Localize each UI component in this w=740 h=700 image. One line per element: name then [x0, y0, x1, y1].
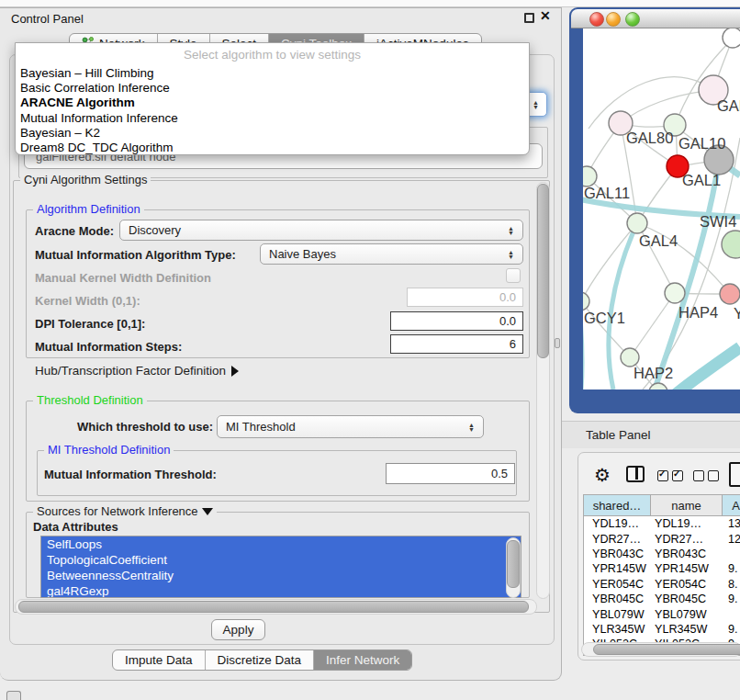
table-panel-titlebar: Table Panel	[562, 421, 740, 448]
combo-arrows-icon	[533, 100, 539, 109]
mi-steps-field[interactable]: 6	[390, 334, 523, 354]
close-icon[interactable]	[540, 8, 555, 27]
data-attributes-list[interactable]: SelfLoopsTopologicalCoefficientBetweenne…	[40, 536, 521, 598]
network-node-gcy1[interactable]	[583, 292, 589, 310]
table-panel-title: Table Panel	[586, 428, 651, 442]
table-cell: YDR27…	[651, 533, 723, 546]
export-table-icon[interactable]	[729, 462, 740, 487]
network-node-hap4[interactable]	[665, 283, 685, 303]
algorithm-option[interactable]: Basic Correlation Inference	[16, 80, 529, 95]
settings-vertical-scrollbar-thumb[interactable]	[537, 184, 549, 358]
network-node-label: SWI4	[700, 213, 736, 230]
table-row[interactable]: YLR345WYLR345W9.	[584, 622, 740, 637]
table-header-row: shared…nameA	[584, 495, 740, 516]
sources-legend[interactable]: Sources for Network Inference	[33, 504, 217, 518]
disclosure-right-arrow-icon	[231, 366, 239, 377]
apply-button[interactable]: Apply	[211, 619, 265, 640]
table-row[interactable]: YER054CYER054C8.	[584, 577, 740, 592]
table-cell: YDR27…	[584, 533, 651, 546]
algorithm-dropdown-options: Bayesian – Hill ClimbingBasic Correlatio…	[16, 65, 529, 155]
network-node-gal11[interactable]	[583, 166, 597, 186]
table-row[interactable]: YDL19…YDL19…13	[584, 516, 740, 531]
zoom-traffic-light-icon[interactable]	[625, 12, 640, 27]
table-cell: YBL079W	[584, 608, 651, 621]
table-row[interactable]: YPR145WYPR145W9.	[584, 561, 740, 576]
bottom-tab-impute-data[interactable]: Impute Data	[113, 650, 205, 670]
which-threshold-value: MI Threshold	[226, 420, 296, 434]
bottom-tab-infer-network[interactable]: Infer Network	[313, 650, 411, 670]
aracne-mode-label: Aracne Mode:	[35, 224, 114, 238]
network-node-label: GAL	[717, 97, 740, 114]
table-row[interactable]: YBR045CYBR045C9.	[584, 592, 740, 606]
manual-kernel-width-checkbox[interactable]	[506, 268, 521, 283]
collapsed-panel-icon[interactable]	[6, 691, 21, 700]
table-row[interactable]: YBL079WYBL079W	[584, 606, 740, 621]
unchecked-box-icon	[693, 470, 704, 481]
network-node[interactable]	[723, 28, 740, 48]
bottom-tabs: Impute DataDiscretize DataInfer Network	[112, 649, 412, 671]
kernel-width-field[interactable]: 0.0	[407, 288, 523, 307]
minimize-traffic-light-icon[interactable]	[606, 12, 621, 27]
attribute-list-item[interactable]: gal4RGexp	[41, 583, 521, 598]
gear-icon[interactable]	[594, 464, 611, 486]
bottom-tab-label: Discretize Data	[218, 653, 302, 667]
algorithm-option[interactable]: Dream8 DC_TDC Algorithm	[16, 140, 529, 154]
screen: Control Panel NetworkStyleSelectCyni Too…	[0, 0, 740, 700]
mi-algorithm-type-combobox[interactable]: Naive Bayes	[260, 243, 523, 265]
attributes-list-scrollbar-thumb[interactable]	[507, 540, 520, 588]
table-horizontal-scrollbar-thumb[interactable]	[593, 644, 740, 655]
table-column-header[interactable]: shared…	[584, 495, 651, 515]
manual-kernel-width-label: Manual Kernel Width Definition	[35, 271, 211, 285]
which-threshold-combobox[interactable]: MI Threshold	[217, 415, 484, 438]
network-node-hap2[interactable]	[621, 348, 639, 367]
mi-threshold-field[interactable]: 0.5	[386, 463, 515, 484]
network-node-label: GCY1	[584, 310, 625, 326]
attribute-list-item[interactable]: BetweennessCentrality	[41, 568, 521, 583]
table-cell: YBL079W	[651, 608, 723, 621]
checked-box-icon	[657, 470, 668, 481]
hub-transcription-factor-disclosure[interactable]: Hub/Transcription Factor Definition	[35, 364, 239, 378]
algorithm-option[interactable]: Bayesian – K2	[16, 125, 529, 140]
algorithm-option[interactable]: ARACNE Algorithm	[16, 96, 529, 110]
table-column-header[interactable]: name	[651, 495, 723, 515]
threshold-definition-legend: Threshold Definition	[33, 393, 147, 407]
settings-horizontal-scrollbar-thumb[interactable]	[18, 601, 529, 613]
mi-threshold-definition-legend: MI Threshold Definition	[44, 443, 174, 457]
combo-arrows-icon	[508, 250, 514, 259]
table-cell: YDL19…	[584, 517, 651, 530]
data-attributes-label: Data Attributes	[33, 520, 118, 534]
table-cell: YBR045C	[584, 593, 651, 605]
attribute-list-item[interactable]: TopologicalCoefficient	[41, 552, 521, 568]
table-cell: 9.	[723, 623, 740, 636]
bottom-tab-discretize-data[interactable]: Discretize Data	[205, 650, 314, 670]
kernel-width-label: Kernel Width (0,1):	[35, 294, 140, 308]
network-node-gal4[interactable]	[627, 213, 647, 233]
column-layout-icon[interactable]	[626, 466, 645, 482]
mi-algorithm-type-value: Naive Bayes	[269, 247, 336, 261]
select-all-columns-icon[interactable]	[657, 470, 683, 481]
close-traffic-light-icon[interactable]	[589, 12, 604, 27]
splitter-handle[interactable]	[555, 338, 560, 348]
attribute-list-item[interactable]: SelfLoops	[41, 536, 521, 552]
deselect-all-columns-icon[interactable]	[693, 470, 719, 481]
which-threshold-label: Which threshold to use:	[77, 420, 213, 434]
mi-algorithm-type-label: Mutual Information Algorithm Type:	[35, 248, 236, 262]
cyni-algorithm-settings-legend: Cyni Algorithm Settings	[20, 173, 151, 186]
network-node-label: GAL11	[584, 185, 630, 201]
network-node-y[interactable]	[720, 284, 740, 304]
table-cell: YPR145W	[584, 562, 651, 575]
algorithm-option[interactable]: Bayesian – Hill Climbing	[16, 65, 529, 80]
network-node-label: GAL1	[682, 172, 721, 188]
table-column-header[interactable]: A	[723, 495, 740, 515]
algorithm-option[interactable]: Mutual Information Inference	[16, 110, 529, 125]
table-row[interactable]: YDR27…YDR27…12	[584, 531, 740, 546]
dpi-tolerance-field[interactable]: 0.0	[390, 311, 523, 331]
table-cell: YER054C	[651, 578, 723, 591]
network-node-swi4[interactable]	[722, 231, 740, 258]
network-graph: GALGAL80GAL10GAL1GAL11SWI4GAL4GCY1HAP4YH…	[583, 28, 740, 390]
table-cell: 9.	[723, 562, 740, 575]
aracne-mode-combobox[interactable]: Discovery	[119, 220, 523, 241]
table-row[interactable]: YBR043CYBR043C	[584, 547, 740, 561]
float-window-icon[interactable]	[524, 13, 534, 23]
table-cell: YPR145W	[651, 562, 723, 575]
